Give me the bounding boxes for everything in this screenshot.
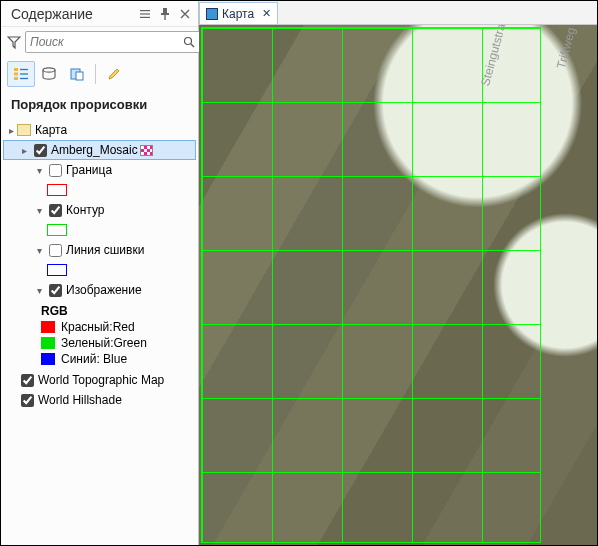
tab-bar: Карта ✕ bbox=[199, 1, 597, 25]
svg-rect-5 bbox=[164, 15, 165, 20]
tree-label: Amberg_Mosaic bbox=[51, 143, 138, 157]
tree-label: World Hillshade bbox=[38, 393, 122, 407]
blue-swatch bbox=[41, 353, 55, 365]
basemap-street-labels: Steingutstraße Triftweg bbox=[452, 31, 591, 55]
panel-header: Содержание bbox=[1, 1, 198, 27]
close-icon[interactable]: ✕ bbox=[262, 7, 271, 20]
expander-icon[interactable]: ▸ bbox=[5, 124, 17, 136]
contents-panel: Содержание ▾ bbox=[1, 1, 199, 545]
tree-mosaic-node[interactable]: ▸ Amberg_Mosaic bbox=[3, 140, 196, 160]
tree-label: Карта bbox=[35, 123, 67, 137]
svg-point-14 bbox=[43, 68, 55, 72]
contour-grid-overlay bbox=[201, 27, 541, 543]
visibility-checkbox[interactable] bbox=[49, 204, 62, 217]
close-icon[interactable] bbox=[178, 7, 192, 21]
svg-point-6 bbox=[185, 38, 192, 45]
contour-swatch bbox=[47, 224, 67, 236]
tree-map-node[interactable]: ▸ Карта bbox=[3, 120, 196, 140]
svg-rect-0 bbox=[140, 10, 150, 11]
tree-label: Изображение bbox=[66, 283, 142, 297]
svg-rect-8 bbox=[14, 68, 18, 71]
rgb-text: Синий: Blue bbox=[61, 352, 127, 366]
options-icon[interactable] bbox=[138, 7, 152, 21]
svg-rect-2 bbox=[140, 17, 150, 18]
tree-boundary-node[interactable]: ▾ Граница bbox=[3, 160, 196, 180]
red-swatch bbox=[41, 321, 55, 333]
tree-label: Граница bbox=[66, 163, 112, 177]
panel-toolbar bbox=[1, 57, 198, 93]
tree-topo-node[interactable]: World Topographic Map bbox=[3, 370, 196, 390]
rgb-blue-row: Синий: Blue bbox=[41, 352, 196, 366]
svg-rect-10 bbox=[14, 77, 18, 80]
visibility-checkbox[interactable] bbox=[34, 144, 47, 157]
tree-contour-node[interactable]: ▾ Контур bbox=[3, 200, 196, 220]
search-row: ▾ bbox=[1, 27, 198, 57]
search-icon[interactable] bbox=[181, 34, 197, 50]
expander-icon[interactable]: ▸ bbox=[18, 144, 30, 156]
list-by-editing-button[interactable] bbox=[100, 61, 128, 87]
pin-icon[interactable] bbox=[158, 7, 172, 21]
search-box: ▾ bbox=[25, 31, 214, 53]
visibility-checkbox[interactable] bbox=[21, 394, 34, 407]
toolbar-separator bbox=[95, 64, 96, 84]
map-icon bbox=[17, 124, 31, 136]
green-swatch bbox=[41, 337, 55, 349]
rgb-green-row: Зеленый:Green bbox=[41, 336, 196, 350]
filter-icon[interactable] bbox=[7, 32, 21, 52]
rgb-red-row: Красный:Red bbox=[41, 320, 196, 334]
svg-rect-1 bbox=[140, 13, 150, 14]
tree-seamline-node[interactable]: ▾ Линия сшивки bbox=[3, 240, 196, 260]
rgb-text: Красный:Red bbox=[61, 320, 135, 334]
visibility-checkbox[interactable] bbox=[49, 284, 62, 297]
tab-map[interactable]: Карта ✕ bbox=[199, 2, 278, 24]
visibility-checkbox[interactable] bbox=[21, 374, 34, 387]
list-by-drawing-order-button[interactable] bbox=[7, 61, 35, 87]
boundary-swatch bbox=[47, 184, 67, 196]
panel-title: Содержание bbox=[11, 6, 138, 22]
expander-icon[interactable]: ▾ bbox=[33, 284, 45, 296]
section-title: Порядок прорисовки bbox=[1, 93, 198, 118]
tree-label: Линия сшивки bbox=[66, 243, 144, 257]
map-tab-icon bbox=[206, 8, 218, 20]
expander-icon[interactable]: ▾ bbox=[33, 164, 45, 176]
tree-label: Контур bbox=[66, 203, 104, 217]
list-by-selection-button[interactable] bbox=[63, 61, 91, 87]
rgb-label: RGB bbox=[41, 304, 196, 318]
list-by-source-button[interactable] bbox=[35, 61, 63, 87]
svg-line-7 bbox=[191, 44, 194, 47]
svg-rect-4 bbox=[161, 13, 169, 15]
expander-icon[interactable]: ▾ bbox=[33, 204, 45, 216]
mosaic-icon bbox=[140, 145, 153, 156]
main-area: Карта ✕ Steingutstraße Triftweg bbox=[199, 1, 597, 545]
search-input[interactable] bbox=[30, 33, 181, 51]
tree-image-node[interactable]: ▾ Изображение bbox=[3, 280, 196, 300]
tree-hillshade-node[interactable]: World Hillshade bbox=[3, 390, 196, 410]
svg-rect-9 bbox=[14, 73, 18, 76]
visibility-checkbox[interactable] bbox=[49, 244, 62, 257]
map-view[interactable]: Steingutstraße Triftweg bbox=[199, 25, 597, 545]
layer-tree: ▸ Карта ▸ Amberg_Mosaic ▾ Граница ▾ Конт… bbox=[1, 118, 198, 545]
tab-label: Карта bbox=[222, 7, 254, 21]
expander-icon[interactable]: ▾ bbox=[33, 244, 45, 256]
svg-rect-16 bbox=[76, 72, 83, 80]
visibility-checkbox[interactable] bbox=[49, 164, 62, 177]
tree-label: World Topographic Map bbox=[38, 373, 164, 387]
seamline-swatch bbox=[47, 264, 67, 276]
rgb-text: Зеленый:Green bbox=[61, 336, 147, 350]
